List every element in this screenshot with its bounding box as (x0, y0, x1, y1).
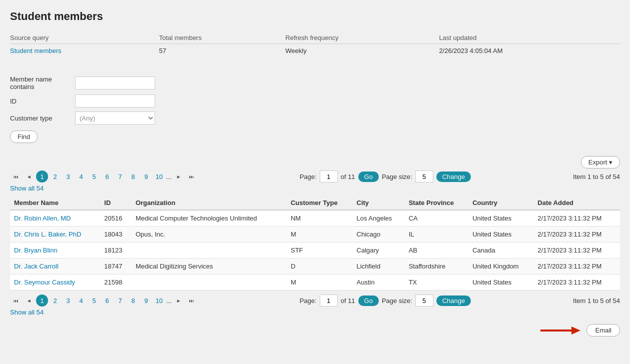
page-number-input-top[interactable] (320, 170, 338, 182)
page-8-bottom[interactable]: 8 (127, 294, 139, 306)
col-date-added: Date Added (533, 196, 620, 210)
id-input[interactable] (75, 94, 155, 108)
cell-date-added: 2/17/2023 3:11:32 PM (533, 226, 620, 242)
data-table: Member Name ID Organization Customer Typ… (10, 196, 620, 290)
page-9-bottom[interactable]: 9 (140, 294, 152, 306)
svg-marker-1 (571, 326, 580, 334)
member-name-link[interactable]: Dr. Chris L. Baker, PhD (14, 230, 81, 238)
total-members-value: 57 (159, 44, 286, 58)
page-5-top[interactable]: 5 (88, 170, 100, 182)
cell-customer-type: D (287, 258, 353, 274)
cell-state: Staffordshire (405, 258, 469, 274)
page-last-top[interactable]: ⏭ (186, 170, 198, 182)
customer-type-row: Customer type (Any) (10, 112, 620, 124)
cell-customer-type: STF (287, 242, 353, 258)
id-row: ID (10, 94, 620, 108)
item-count-bottom: Item 1 to 5 of 54 (573, 297, 620, 304)
page-last-bottom[interactable]: ⏭ (186, 294, 198, 306)
cell-customer-type: NM (287, 210, 353, 226)
page-7-bottom[interactable]: 7 (114, 294, 126, 306)
of-label-bottom: of 11 (341, 297, 355, 304)
change-button-top[interactable]: Change (436, 172, 471, 182)
cell-date-added: 2/17/2023 3:11:32 PM (533, 274, 620, 290)
col-city: City (353, 196, 405, 210)
page-size-input-top[interactable] (415, 170, 433, 182)
page-2-top[interactable]: 2 (49, 170, 61, 182)
change-button-bottom[interactable]: Change (436, 296, 471, 306)
page-number-input-bottom[interactable] (320, 294, 338, 306)
page-prev-top[interactable]: ◄ (23, 170, 35, 182)
cell-state: AB (405, 242, 469, 258)
cell-date-added: 2/17/2023 3:11:32 PM (533, 258, 620, 274)
summary-row: Student members 57 Weekly 2/26/2023 4:05… (10, 44, 620, 58)
customer-type-label: Customer type (10, 114, 75, 122)
cell-city: Austin (353, 274, 405, 290)
page-9-top[interactable]: 9 (140, 170, 152, 182)
of-label-top: of 11 (341, 173, 355, 180)
page-next-bottom[interactable]: ► (173, 294, 185, 306)
page-3-top[interactable]: 3 (62, 170, 74, 182)
page-next-top[interactable]: ► (173, 170, 185, 182)
email-area: Email (10, 324, 620, 336)
page-1-top[interactable]: 1 (36, 170, 48, 182)
page-size-input-bottom[interactable] (415, 294, 433, 306)
cell-org (132, 242, 287, 258)
email-button[interactable]: Email (586, 324, 620, 336)
page-8-top[interactable]: 8 (127, 170, 139, 182)
page-7-top[interactable]: 7 (114, 170, 126, 182)
col-member-name: Member Name (10, 196, 100, 210)
go-button-bottom[interactable]: Go (358, 296, 379, 306)
cell-date-added: 2/17/2023 3:11:32 PM (533, 242, 620, 258)
cell-customer-type: M (287, 274, 353, 290)
col-customer-type: Customer Type (287, 196, 353, 210)
show-all-bottom[interactable]: Show all 54 (10, 308, 620, 316)
page-first-bottom[interactable]: ⏮ (10, 294, 22, 306)
col-country: Country (468, 196, 533, 210)
customer-type-select[interactable]: (Any) (75, 112, 155, 124)
page-10-bottom[interactable]: 10 (153, 294, 165, 306)
page-prev-bottom[interactable]: ◄ (23, 294, 35, 306)
cell-id: 18123 (100, 242, 132, 258)
show-all-top[interactable]: Show all 54 (10, 184, 620, 192)
col-last-updated: Last updated (439, 31, 620, 44)
member-name-label: Member name contains (10, 76, 75, 90)
page-6-bottom[interactable]: 6 (101, 294, 113, 306)
col-organization: Organization (132, 196, 287, 210)
table-row: Dr. Robin Allen, MD 20516 Medical Comput… (10, 210, 620, 226)
go-button-top[interactable]: Go (358, 172, 379, 182)
export-button[interactable]: Export ▾ (581, 156, 620, 168)
page-nav-top: ⏮ ◄ 1 2 3 4 5 6 7 8 9 10 ... ► ⏭ (10, 170, 198, 182)
member-name-link[interactable]: Dr. Robin Allen, MD (14, 214, 71, 222)
member-name-input[interactable] (75, 76, 155, 90)
cell-state: CA (405, 210, 469, 226)
page-size-label-top: Page size: (382, 173, 412, 180)
id-label: ID (10, 98, 75, 105)
page-5-bottom[interactable]: 5 (88, 294, 100, 306)
page-label-bottom: Page: (300, 297, 317, 304)
page-2-bottom[interactable]: 2 (49, 294, 61, 306)
col-source-query: Source query (10, 31, 159, 44)
table-row: Dr. Bryan Blinn 18123 STF Calgary AB Can… (10, 242, 620, 258)
page-1-bottom[interactable]: 1 (36, 294, 48, 306)
page-10-top[interactable]: 10 (153, 170, 165, 182)
col-total-members: Total members (159, 31, 286, 44)
find-button[interactable]: Find (10, 130, 38, 143)
page-first-top[interactable]: ⏮ (10, 170, 22, 182)
member-name-link[interactable]: Dr. Jack Carroll (14, 262, 59, 270)
source-query-link[interactable]: Student members (10, 47, 62, 54)
page-label-top: Page: (300, 173, 317, 180)
cell-date-added: 2/17/2023 3:11:32 PM (533, 210, 620, 226)
page-4-bottom[interactable]: 4 (75, 294, 87, 306)
page-4-top[interactable]: 4 (75, 170, 87, 182)
member-name-link[interactable]: Dr. Bryan Blinn (14, 246, 58, 254)
cell-state: TX (405, 274, 469, 290)
filter-section: Member name contains ID Customer type (A… (10, 70, 620, 151)
cell-org: Opus, Inc. (132, 226, 287, 242)
page-6-top[interactable]: 6 (101, 170, 113, 182)
summary-table: Source query Total members Refresh frequ… (10, 31, 620, 58)
page-jump-top: Page: of 11 Go Page size: Change (300, 170, 471, 182)
page-3-bottom[interactable]: 3 (62, 294, 74, 306)
member-name-link[interactable]: Dr. Seymour Cassidy (14, 278, 75, 286)
cell-country: Canada (468, 242, 533, 258)
cell-country: United Kingdom (468, 258, 533, 274)
